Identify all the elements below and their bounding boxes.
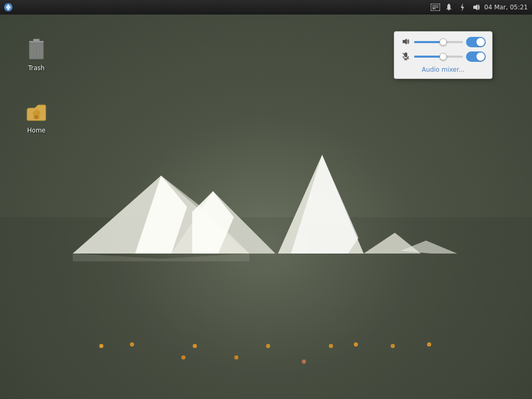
- svg-point-23: [266, 344, 270, 348]
- svg-point-25: [329, 344, 333, 348]
- trash-icon: [24, 37, 49, 62]
- volume-icon: [401, 37, 411, 47]
- svg-point-22: [234, 355, 238, 360]
- svg-rect-39: [38, 111, 39, 113]
- taskbar: 04 Mar, 05:21: [0, 0, 532, 15]
- trash-label: Trash: [28, 64, 45, 72]
- svg-point-27: [391, 344, 395, 348]
- svg-rect-38: [35, 115, 38, 119]
- mic-row: [401, 51, 486, 62]
- svg-marker-6: [473, 4, 477, 10]
- audio-popup: Audio mixer...: [394, 31, 493, 79]
- notification-bell-icon[interactable]: [444, 2, 454, 12]
- svg-point-26: [354, 342, 358, 347]
- taskbar-left: [0, 2, 14, 12]
- volume-toggle[interactable]: [466, 37, 486, 47]
- svg-point-28: [427, 342, 431, 347]
- volume-slider[interactable]: [414, 41, 463, 43]
- audio-mixer-link[interactable]: Audio mixer...: [401, 66, 486, 73]
- volume-row: [401, 37, 486, 47]
- volume-taskbar-icon[interactable]: [471, 2, 481, 12]
- desktop: Trash Home: [0, 15, 532, 399]
- trash-icon-container[interactable]: Trash: [16, 35, 57, 74]
- app-menu-button[interactable]: [3, 2, 14, 12]
- svg-point-18: [99, 344, 103, 348]
- home-label: Home: [27, 127, 45, 134]
- mic-slider[interactable]: [414, 56, 463, 58]
- power-bolt-icon[interactable]: [457, 2, 468, 12]
- svg-rect-5: [448, 9, 450, 10]
- svg-point-24: [302, 360, 306, 364]
- taskbar-right: 04 Mar, 05:21: [430, 2, 532, 12]
- mic-toggle[interactable]: [466, 51, 486, 62]
- svg-marker-40: [403, 38, 407, 45]
- svg-point-20: [193, 344, 197, 348]
- home-icon: [24, 100, 49, 125]
- svg-point-21: [181, 355, 185, 360]
- mic-icon: [401, 52, 411, 62]
- keyboard-switcher-icon[interactable]: [430, 2, 441, 12]
- datetime-display[interactable]: 04 Mar, 05:21: [484, 4, 528, 11]
- home-icon-container[interactable]: Home: [16, 98, 57, 136]
- svg-point-19: [130, 342, 134, 347]
- svg-rect-30: [33, 39, 39, 42]
